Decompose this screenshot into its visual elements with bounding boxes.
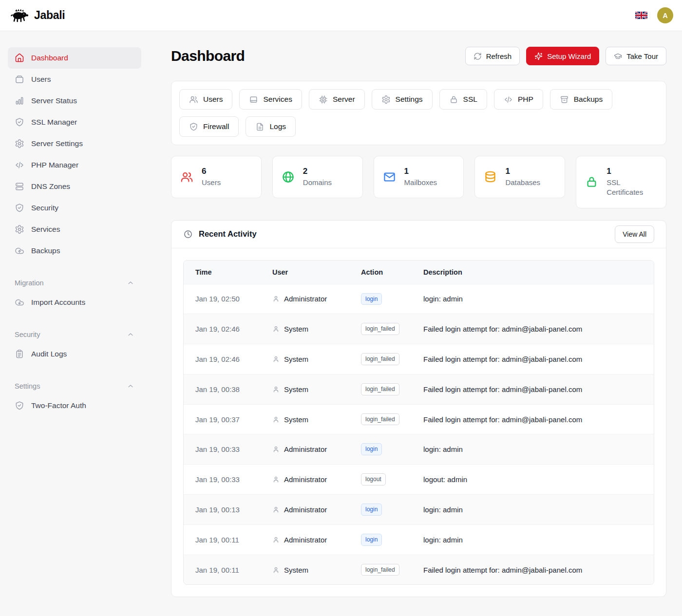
- recent-activity-card: Recent Activity View All Time User Actio…: [171, 220, 666, 597]
- activity-description-cell: login: admin: [412, 284, 654, 314]
- activity-user-name: Administrator: [284, 536, 327, 544]
- sidebar-item-icon: [15, 96, 24, 106]
- activity-description-cell: logout: admin: [412, 465, 654, 495]
- person-icon: [272, 325, 280, 333]
- sidebar-item[interactable]: SSL Manager: [8, 112, 141, 133]
- sidebar-item-audit-logs[interactable]: Audit Logs: [8, 343, 141, 365]
- quick-nav-label: Settings: [396, 95, 423, 104]
- quick-nav-button[interactable]: Users: [179, 89, 232, 110]
- activity-description-cell: login: admin: [412, 524, 654, 555]
- quick-nav-label: Users: [203, 95, 223, 104]
- quick-nav-button[interactable]: Services: [239, 89, 302, 110]
- activity-user-cell: Administrator: [261, 524, 349, 555]
- take-tour-button[interactable]: Take Tour: [606, 47, 666, 65]
- activity-time-cell: Jan 19, 02:46: [184, 314, 261, 344]
- section-title: Settings: [15, 382, 40, 390]
- activity-table: Time User Action Description Jan 19, 02:…: [184, 261, 654, 585]
- stat-label: Mailboxes: [404, 178, 437, 187]
- sidebar-item[interactable]: Backups: [8, 240, 141, 261]
- sidebar-item-two-factor-auth[interactable]: Two-Factor Auth: [8, 395, 141, 416]
- activity-row: Jan 19, 02:46 System login_failed: [184, 344, 654, 374]
- activity-user-cell: System: [261, 374, 349, 404]
- sidebar-item[interactable]: Server Settings: [8, 133, 141, 154]
- quick-nav-icon: [189, 95, 198, 104]
- sidebar-item-label: Security: [31, 204, 58, 212]
- sidebar-item[interactable]: Users: [8, 69, 141, 90]
- activity-time-cell: Jan 19, 00:11: [184, 524, 261, 555]
- sidebar-item[interactable]: Dashboard: [8, 47, 141, 69]
- sidebar-item-icon: [15, 160, 24, 170]
- activity-row: Jan 19, 00:13 Administrator login: [184, 495, 654, 525]
- section-header-security[interactable]: Security: [8, 326, 141, 343]
- activity-row: Jan 19, 00:33 Administrator logout: [184, 465, 654, 495]
- boar-logo-icon: [9, 8, 29, 22]
- language-flag-icon[interactable]: [635, 12, 647, 19]
- quick-nav-button[interactable]: Server: [309, 89, 365, 110]
- person-icon: [272, 566, 280, 574]
- chevron-up-icon: [127, 331, 134, 338]
- refresh-button[interactable]: Refresh: [465, 47, 520, 65]
- sidebar-item[interactable]: Server Status: [8, 90, 141, 112]
- brand[interactable]: Jabali: [9, 8, 65, 22]
- activity-user-name: Administrator: [284, 295, 327, 303]
- view-all-button[interactable]: View All: [615, 225, 654, 243]
- action-badge: login: [361, 443, 382, 455]
- quick-nav-icon: [319, 95, 328, 104]
- activity-time-cell: Jan 19, 02:50: [184, 284, 261, 314]
- activity-user-name: System: [284, 415, 308, 424]
- activity-user-name: Administrator: [284, 475, 327, 484]
- quick-nav-icon: [381, 95, 391, 104]
- activity-row: Jan 19, 00:37 System login_failed: [184, 404, 654, 434]
- stat-card: 1 Databases: [474, 156, 565, 198]
- sidebar-item-label: PHP Manager: [31, 161, 78, 169]
- quick-nav-button[interactable]: Logs: [246, 116, 296, 137]
- activity-description-cell: login: admin: [412, 495, 654, 525]
- quick-nav-button[interactable]: Backups: [550, 89, 612, 110]
- stat-card: 2 Domains: [272, 156, 363, 198]
- activity-user-cell: Administrator: [261, 284, 349, 314]
- activity-description-cell: Failed login attempt for: admin@jabali-p…: [412, 555, 654, 584]
- quick-nav-icon: [504, 95, 513, 104]
- sidebar-item-icon: [15, 139, 24, 149]
- section-header-migration[interactable]: Migration: [8, 274, 141, 292]
- activity-time-cell: Jan 19, 02:46: [184, 344, 261, 374]
- action-badge: login_failed: [361, 353, 399, 365]
- sidebar-item-icon: [15, 246, 24, 256]
- section-header-settings[interactable]: Settings: [8, 377, 141, 395]
- person-icon: [272, 476, 280, 483]
- quick-nav-button[interactable]: PHP: [494, 89, 543, 110]
- sidebar-item-import-accounts[interactable]: Import Accounts: [8, 292, 141, 313]
- user-avatar[interactable]: A: [657, 7, 673, 23]
- activity-user-cell: System: [261, 555, 349, 584]
- activity-time-cell: Jan 19, 00:33: [184, 434, 261, 465]
- page-title: Dashboard: [171, 48, 245, 64]
- stat-icon: [484, 170, 497, 184]
- quick-nav-button[interactable]: Settings: [372, 89, 433, 110]
- setup-wizard-button[interactable]: Setup Wizard: [526, 47, 599, 65]
- stat-cards: 6 Users 2 Domains 1 Mailboxes 1: [171, 156, 666, 208]
- quick-nav-label: SSL: [463, 95, 477, 104]
- activity-action-cell: logout: [349, 465, 412, 495]
- activity-time-cell: Jan 19, 00:33: [184, 465, 261, 495]
- section-title: Security: [15, 331, 40, 338]
- quick-nav-button[interactable]: Firewall: [179, 116, 239, 137]
- quick-nav-button[interactable]: SSL: [439, 89, 487, 110]
- sidebar-item[interactable]: PHP Manager: [8, 154, 141, 176]
- activity-action-cell: login: [349, 495, 412, 525]
- stat-card: 1 Mailboxes: [374, 156, 464, 198]
- sidebar-item-icon: [15, 203, 24, 213]
- sidebar-item[interactable]: Security: [8, 197, 141, 219]
- sidebar-item-icon: [15, 182, 24, 191]
- recent-activity-title: Recent Activity: [199, 229, 257, 239]
- activity-user-cell: Administrator: [261, 434, 349, 465]
- column-header-description: Description: [412, 261, 654, 284]
- activity-action-cell: login_failed: [349, 374, 412, 404]
- quick-nav-label: PHP: [518, 95, 533, 104]
- person-icon: [272, 536, 280, 543]
- sidebar-item-label: Dashboard: [31, 54, 68, 62]
- main-content: Dashboard Refresh Setup Wizard Take Tour: [149, 31, 682, 616]
- sidebar-nav: Dashboard Users Server Status SSL Manage…: [8, 47, 141, 261]
- person-icon: [272, 416, 280, 423]
- sidebar-item[interactable]: Services: [8, 219, 141, 240]
- sidebar-item[interactable]: DNS Zones: [8, 176, 141, 197]
